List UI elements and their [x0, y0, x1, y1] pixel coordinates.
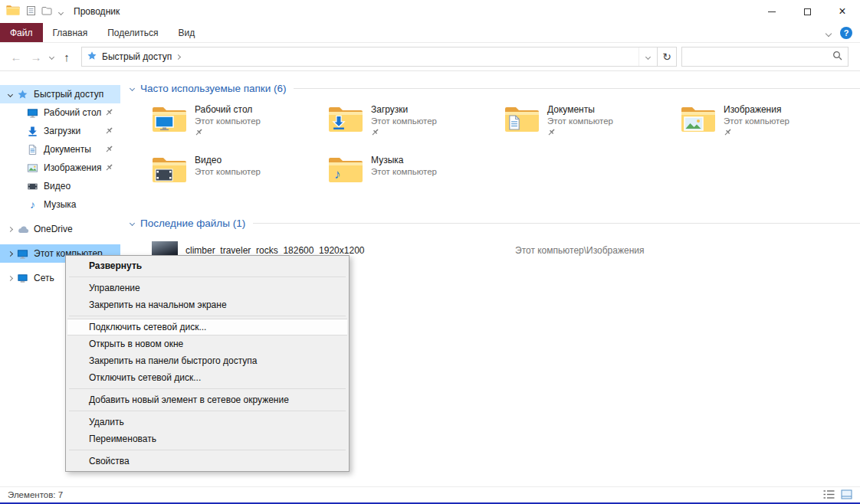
- tab-file[interactable]: Файл: [0, 23, 43, 42]
- forward-button[interactable]: →: [26, 47, 46, 67]
- videos-icon: [26, 180, 39, 192]
- back-button[interactable]: ←: [6, 47, 26, 67]
- search-icon[interactable]: [832, 51, 842, 63]
- menu-item-expand[interactable]: Развернуть: [67, 257, 347, 274]
- chevron-right-icon[interactable]: [4, 227, 16, 231]
- window-controls: ×: [754, 0, 860, 23]
- sidebar-item-label: OneDrive: [34, 224, 73, 234]
- downloads-icon: [26, 125, 39, 137]
- address-dropdown-chevron[interactable]: [638, 47, 657, 66]
- sidebar-item-label: Сеть: [34, 273, 54, 283]
- tile-location: Этот компьютер: [371, 167, 437, 176]
- sidebar-item-label: Изображения: [44, 162, 101, 173]
- menu-item-add-network-location[interactable]: Добавить новый элемент в сетевое окружен…: [67, 391, 347, 408]
- this-pc-icon: [16, 247, 29, 260]
- refresh-button[interactable]: ↻: [657, 47, 677, 67]
- tile-location: Этот компьютер: [195, 116, 261, 126]
- pin-icon: [105, 126, 113, 137]
- minimize-button[interactable]: [754, 0, 789, 23]
- tile-pictures[interactable]: Изображения Этот компьютер: [681, 103, 857, 146]
- folder-icon: [504, 105, 540, 134]
- breadcrumb-chevron-icon[interactable]: [176, 54, 181, 59]
- tile-location: Этот компьютер: [371, 116, 437, 126]
- navigation-bar: ← → ↑ Быстрый доступ ↻: [0, 43, 860, 71]
- new-folder-icon[interactable]: [41, 6, 52, 18]
- pin-icon: [371, 128, 437, 139]
- music-overlay-icon: ♪: [334, 167, 341, 182]
- documents-icon: [26, 143, 39, 155]
- properties-icon[interactable]: [26, 5, 36, 18]
- sidebar-item-pictures[interactable]: Изображения: [0, 159, 120, 177]
- status-bar: Элементов: 7: [0, 486, 860, 502]
- breadcrumb[interactable]: Быстрый доступ: [102, 51, 172, 62]
- sidebar-item-downloads[interactable]: Загрузки: [0, 122, 120, 140]
- tab-home[interactable]: Главная: [43, 23, 98, 42]
- qat-customize-chevron[interactable]: [59, 6, 63, 17]
- search-box[interactable]: [681, 47, 849, 67]
- tile-desktop[interactable]: Рабочий стол Этот компьютер: [152, 103, 328, 146]
- tile-videos[interactable]: Видео Этот компьютер: [152, 154, 328, 197]
- tile-location: Этот компьютер: [724, 116, 789, 126]
- help-button[interactable]: ?: [840, 27, 852, 39]
- sidebar-item-onedrive[interactable]: OneDrive: [0, 220, 120, 238]
- menu-item-pin-to-quick-access[interactable]: Закрепить на панели быстрого доступа: [67, 352, 347, 369]
- section-title: Часто используемые папки (6): [140, 83, 286, 94]
- sidebar-item-label: Рабочий стол: [44, 107, 101, 118]
- documents-overlay-icon: [507, 114, 521, 133]
- sidebar-item-documents[interactable]: Документы: [0, 140, 120, 159]
- frequent-folders-header[interactable]: Часто используемые папки (6): [130, 80, 860, 96]
- quick-access-icon: [87, 51, 97, 64]
- sidebar-item-quick-access[interactable]: Быстрый доступ: [0, 85, 120, 103]
- recent-files-header[interactable]: Последние файлы (1): [130, 215, 860, 231]
- tab-view[interactable]: Вид: [168, 23, 205, 42]
- ribbon-expand-chevron[interactable]: [826, 28, 831, 38]
- menu-separator: [69, 277, 346, 277]
- desktop-icon: [26, 106, 39, 119]
- collapse-chevron-icon[interactable]: [130, 220, 135, 225]
- sidebar-item-videos[interactable]: Видео: [0, 177, 120, 195]
- thumbnail-view-button[interactable]: [841, 489, 852, 501]
- folder-icon: ♪: [328, 155, 363, 185]
- tile-name: Изображения: [724, 104, 789, 115]
- chevron-right-icon[interactable]: [4, 277, 16, 280]
- ribbon-tab-bar: Файл Главная Поделиться Вид ?: [0, 23, 860, 43]
- pin-icon: [547, 128, 613, 139]
- menu-item-manage[interactable]: Управление: [67, 280, 347, 296]
- downloads-overlay-icon: [331, 114, 346, 133]
- close-button[interactable]: ×: [825, 0, 860, 23]
- recent-locations-chevron[interactable]: [46, 55, 57, 59]
- pin-icon: [105, 108, 113, 119]
- folder-icon: [152, 155, 187, 185]
- menu-item-open-new-window[interactable]: Открыть в новом окне: [67, 335, 347, 352]
- tile-location: Этот компьютер: [547, 116, 613, 126]
- details-view-button[interactable]: [823, 489, 835, 501]
- search-input[interactable]: [688, 51, 832, 62]
- menu-item-pin-to-start[interactable]: Закрепить на начальном экране: [67, 296, 347, 313]
- menu-item-map-network-drive[interactable]: Подключить сетевой диск...: [67, 319, 347, 335]
- frequent-folders-grid: Рабочий стол Этот компьютер Загрузки Э: [152, 103, 860, 205]
- tile-documents[interactable]: Документы Этот компьютер: [504, 103, 681, 146]
- tab-share[interactable]: Поделиться: [97, 23, 168, 42]
- menu-item-rename[interactable]: Переименовать: [67, 430, 347, 447]
- tile-music[interactable]: ♪ Музыка Этот компьютер: [328, 154, 504, 197]
- tile-name: Музыка: [371, 155, 437, 165]
- menu-item-properties[interactable]: Свойства: [67, 453, 347, 470]
- sidebar-item-label: Музыка: [44, 199, 76, 210]
- up-button[interactable]: ↑: [57, 47, 77, 67]
- close-icon: ×: [839, 5, 845, 18]
- sidebar-item-label: Документы: [44, 144, 91, 155]
- sidebar-item-desktop[interactable]: Рабочий стол: [0, 103, 120, 122]
- menu-separator: [69, 450, 346, 450]
- menu-item-delete[interactable]: Удалить: [67, 414, 347, 430]
- tile-name: Документы: [547, 104, 613, 115]
- maximize-button[interactable]: [789, 0, 825, 23]
- chevron-right-icon[interactable]: [4, 252, 16, 256]
- sidebar-item-label: Загрузки: [44, 126, 80, 136]
- explorer-logo-icon: [6, 5, 20, 18]
- menu-item-disconnect-network-drive[interactable]: Отключить сетевой диск...: [67, 369, 347, 386]
- collapse-chevron-icon[interactable]: [130, 85, 135, 90]
- sidebar-item-music[interactable]: ♪ Музыка: [0, 195, 120, 214]
- address-bar[interactable]: Быстрый доступ: [81, 47, 658, 67]
- tile-downloads[interactable]: Загрузки Этот компьютер: [328, 103, 504, 146]
- chevron-down-icon[interactable]: [4, 93, 16, 97]
